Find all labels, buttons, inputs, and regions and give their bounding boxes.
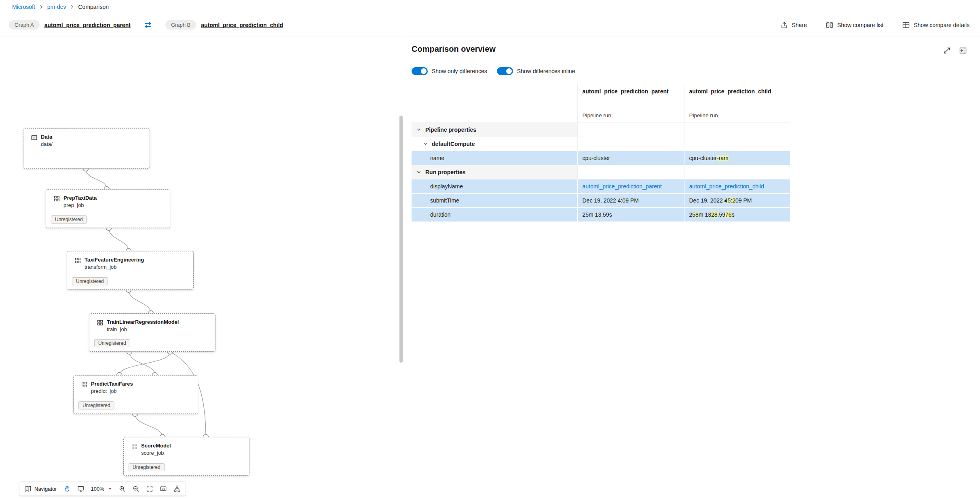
toggle-switch-on[interactable] xyxy=(497,67,513,75)
canvas-scrollbar-thumb[interactable] xyxy=(399,116,403,363)
graph-a-column-subtitle: Pipeline run xyxy=(583,112,611,118)
show-compare-list-button[interactable]: Show compare list xyxy=(826,21,883,29)
property-label-cell[interactable]: Run properties xyxy=(412,165,577,179)
value-graph-a: Dec 19, 2022 4:09 PM xyxy=(577,193,684,207)
column-header-property xyxy=(412,83,577,122)
diff-added-text: -ram xyxy=(717,155,729,161)
pipeline-node-scoremodel[interactable]: ScoreModelscore_jobUnregistered xyxy=(123,437,249,476)
pipeline-edge xyxy=(129,290,151,313)
breadcrumb-item-microsoft[interactable]: Microsoft xyxy=(12,4,35,10)
svg-text:1:1: 1:1 xyxy=(162,487,165,490)
zoom-out-icon xyxy=(132,485,139,492)
graph-b-column-title: automl_price_prediction_child xyxy=(689,88,786,96)
value-text: PM xyxy=(742,197,752,204)
compare-row-run-properties: Run properties xyxy=(412,165,790,179)
diff-added-text: 2 xyxy=(732,197,735,204)
graph-b-column-subtitle: Pipeline run xyxy=(689,112,718,118)
graph-a-link[interactable]: automl_price_prediction_parent xyxy=(44,22,131,28)
property-label-cell: name xyxy=(412,151,577,165)
share-button[interactable]: Share xyxy=(780,21,807,29)
value-text: Dec 19, 2022 xyxy=(689,197,724,204)
canvas-toolbar: Navigator 100% xyxy=(19,482,186,496)
expand-icon xyxy=(943,46,951,55)
swap-graphs-button[interactable] xyxy=(144,21,152,30)
show-compare-list-label: Show compare list xyxy=(837,22,883,28)
show-differences-inline-toggle[interactable]: Show differences inline xyxy=(497,67,575,75)
node-title: PrepTaxiData xyxy=(63,195,97,201)
pipeline-node-predicttaxifares[interactable]: PredictTaxiFarespredict_jobUnregistered xyxy=(73,375,198,414)
run-link[interactable]: automl_price_prediction_child xyxy=(689,183,764,190)
value-graph-b: automl_price_prediction_child xyxy=(684,179,790,193)
property-label-cell[interactable]: defaultCompute xyxy=(412,137,577,151)
pipeline-node-taxifeatureengineering[interactable]: TaxiFeatureEngineeringtransform_jobUnreg… xyxy=(67,251,194,290)
auto-layout-button[interactable] xyxy=(170,483,184,494)
pipeline-edge xyxy=(135,414,163,437)
graph-selection-bar: Graph A automl_price_prediction_parent G… xyxy=(0,14,980,36)
actual-size-button[interactable]: 1:1 xyxy=(156,483,170,494)
registration-status-badge: Unregistered xyxy=(129,463,165,471)
run-link[interactable]: automl_price_prediction_parent xyxy=(583,183,662,190)
value-text: 0 xyxy=(735,197,739,204)
diff-removed-text: 9 xyxy=(739,197,742,204)
zoom-in-button[interactable] xyxy=(115,483,129,494)
chevron-down-icon[interactable] xyxy=(416,170,421,175)
fit-to-screen-button[interactable] xyxy=(143,483,156,494)
compare-details-icon xyxy=(902,21,910,29)
node-subtitle: score_job xyxy=(141,450,171,457)
compare-row-displayname: displayNameautoml_price_prediction_paren… xyxy=(412,179,790,193)
expand-panel-button[interactable] xyxy=(943,46,952,55)
pipeline-edge xyxy=(129,352,155,375)
property-label-cell: duration xyxy=(412,207,577,222)
screen-icon xyxy=(77,485,84,492)
pipeline-node-trainlinearregressionmodel[interactable]: TrainLinearRegressionModeltrain_jobUnreg… xyxy=(89,313,215,352)
breadcrumb-item-pm-dev[interactable]: pm-dev xyxy=(47,4,66,10)
swap-icon xyxy=(144,21,152,30)
property-label-cell: submitTime xyxy=(412,193,577,207)
component-icon xyxy=(53,195,60,202)
pipeline-node-preptaxidata[interactable]: PrepTaxiDataprep_jobUnregistered xyxy=(46,189,170,228)
property-label-cell: displayName xyxy=(412,179,577,193)
value-graph-b: 258m 1328.5976s xyxy=(684,207,790,222)
node-subtitle: train_job xyxy=(107,326,179,333)
compare-list-icon xyxy=(826,21,834,29)
show-compare-details-button[interactable]: Show compare details xyxy=(902,21,969,29)
graph-a-column-title: automl_price_prediction_parent xyxy=(583,88,679,96)
navigator-button[interactable]: Navigator xyxy=(21,483,60,494)
value-graph-a: cpu-cluster xyxy=(577,151,684,165)
registration-status-badge: Unregistered xyxy=(78,401,114,409)
show-only-differences-toggle[interactable]: Show only differences xyxy=(412,67,487,75)
graph-b-link[interactable]: automl_price_prediction_child xyxy=(201,22,283,28)
value-text: m xyxy=(699,211,705,218)
diff-removed-text: 13 xyxy=(705,211,711,218)
zoom-level-dropdown[interactable]: 100% xyxy=(88,483,115,494)
compare-row-name: namecpu-clustercpu-cluster-ram xyxy=(412,151,790,165)
graph-b-badge: Graph B xyxy=(165,20,196,30)
pan-tool-button[interactable] xyxy=(60,483,74,494)
toggle-switch-on[interactable] xyxy=(412,67,428,75)
node-subtitle: predict_job xyxy=(91,388,133,395)
zoom-in-icon xyxy=(118,485,126,492)
zoom-out-button[interactable] xyxy=(129,483,143,494)
row-label: submitTime xyxy=(430,197,459,204)
toggle-label: Show only differences xyxy=(432,68,487,74)
diff-added-text: 76 xyxy=(725,211,732,218)
full-screen-button[interactable] xyxy=(74,483,88,494)
value-text: Dec 19, 2022 4:09 PM xyxy=(583,197,639,204)
dock-panel-button[interactable] xyxy=(959,46,968,55)
data-icon xyxy=(31,134,38,141)
chevron-right-icon xyxy=(39,4,44,9)
value-text: 25m 13.59s xyxy=(583,211,612,218)
node-title: PredictTaxiFares xyxy=(91,381,133,387)
graph-a-badge: Graph A xyxy=(9,20,40,30)
value-graph-b xyxy=(684,165,790,179)
pipeline-node-data[interactable]: Datadata/ xyxy=(23,128,150,169)
property-label-cell[interactable]: Pipeline properties xyxy=(412,122,577,137)
pipeline-edge xyxy=(109,228,129,251)
chevron-down-icon[interactable] xyxy=(423,141,428,146)
value-graph-a: 25m 13.59s xyxy=(577,207,684,222)
value-graph-a: automl_price_prediction_parent xyxy=(577,179,684,193)
chevron-down-icon[interactable] xyxy=(416,127,421,132)
breadcrumb-item-comparison: Comparison xyxy=(78,4,108,10)
pipeline-canvas[interactable]: Datadata/PrepTaxiDataprep_jobUnregistere… xyxy=(0,36,405,498)
component-icon xyxy=(74,257,81,264)
